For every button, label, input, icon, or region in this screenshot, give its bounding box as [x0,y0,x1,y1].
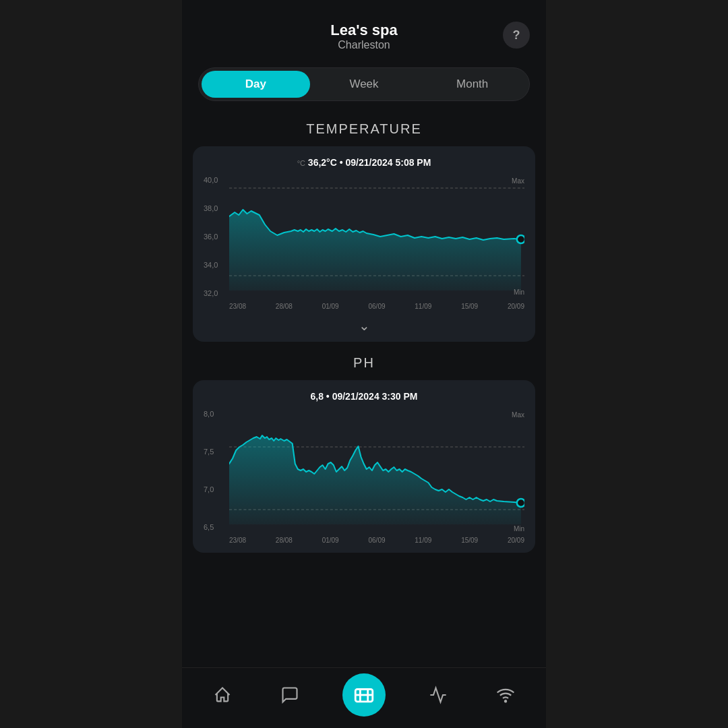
svg-point-10 [505,700,506,702]
nav-remote-icon[interactable] [491,680,520,710]
svg-point-5 [517,499,524,507]
ph-value: 6,8 • 09/21/2024 3:30 PM [310,391,417,402]
temperature-max-label: Max [512,177,524,185]
ph-chart-area: 8,0 7,5 7,0 6,5 Max Min [204,410,524,545]
temperature-reading: °C 36,2°C • 09/21/2024 5:08 PM [204,157,524,168]
nav-pool-button[interactable] [342,673,386,717]
tab-day[interactable]: Day [202,71,310,98]
temperature-svg [229,176,524,297]
spa-location: Charleston [330,39,397,51]
temperature-chart-body: Max Min [229,176,524,311]
temperature-chart-area: 40,0 38,0 36,0 34,0 32,0 Max Min [204,176,524,311]
spa-name: Lea's spa [330,22,397,39]
temperature-unit: °C [297,159,305,167]
bottom-nav [182,667,546,728]
tab-month[interactable]: Month [418,71,526,98]
help-button[interactable]: ? [503,22,530,49]
ph-max-label: Max [512,411,524,419]
ph-min-label: Min [514,525,524,533]
nav-chat-icon[interactable] [275,680,305,710]
temperature-chart-card: °C 36,2°C • 09/21/2024 5:08 PM 40,0 38,0… [193,146,535,342]
tab-bar: Day Week Month [198,67,530,101]
temperature-min-label: Min [514,289,524,296]
header-title: Lea's spa Charleston [330,22,397,51]
ph-title: PH [193,355,535,371]
temperature-title: TEMPERATURE [193,121,535,137]
temperature-x-axis: 23/08 28/08 01/09 06/09 11/09 15/09 20/0… [229,300,524,310]
temperature-value: 36,2°C • 09/21/2024 5:08 PM [308,157,431,168]
ph-x-axis: 23/08 28/08 01/09 06/09 11/09 15/09 20/0… [229,534,524,544]
nav-stats-icon[interactable] [423,680,453,710]
ph-svg [229,410,524,531]
tab-week[interactable]: Week [310,71,419,98]
ph-chart-body: Max Min [229,410,524,545]
header: Lea's spa Charleston ? [182,0,546,62]
ph-y-axis: 8,0 7,5 7,0 6,5 [204,410,229,545]
svg-point-2 [517,235,524,243]
ph-reading: 6,8 • 09/21/2024 3:30 PM [204,391,524,402]
temperature-y-axis: 40,0 38,0 36,0 34,0 32,0 [204,176,229,311]
main-content: TEMPERATURE °C 36,2°C • 09/21/2024 5:08 … [182,115,546,728]
ph-chart-card: 6,8 • 09/21/2024 3:30 PM 8,0 7,5 7,0 6,5… [193,380,535,553]
nav-home-icon[interactable] [208,680,237,710]
temperature-chevron[interactable]: ⌄ [204,317,524,334]
